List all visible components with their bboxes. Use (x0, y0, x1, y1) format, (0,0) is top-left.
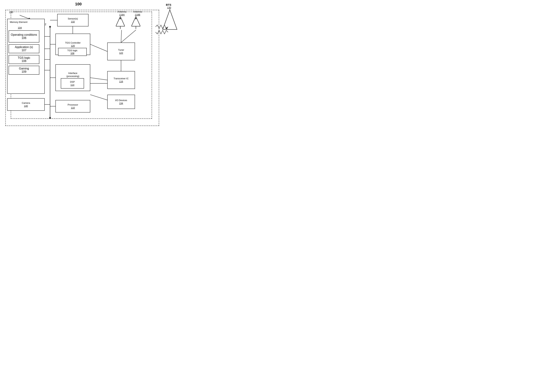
camera-label: Camera (22, 102, 30, 105)
dsp-num: 114 (70, 84, 74, 86)
diagram: 100 (0, 0, 179, 130)
sensors-label: Sensor(s) (68, 17, 78, 20)
tgs-logic-mem-box: TGS logic 108 (9, 55, 39, 64)
svg-marker-25 (119, 18, 121, 20)
bts-label: BTS (166, 3, 171, 6)
radio-waves (155, 24, 170, 38)
tgs-controller-label: TGS Controller (65, 42, 81, 44)
antenna-b-label: Antenna118B (133, 10, 142, 16)
dsp-label: DSP (70, 80, 75, 84)
application-box: Application (s) 107 (9, 44, 39, 53)
application-num: 107 (22, 49, 26, 52)
transceiver-box: Transceiver IC 116 (107, 71, 135, 89)
tgs-logic-ctrl-num: 108 (70, 52, 74, 55)
antenna-a-icon (116, 16, 125, 29)
memory-element-num: 104 (18, 26, 22, 29)
svg-marker-28 (135, 18, 137, 20)
sensors-num: 132 (71, 20, 75, 23)
label-150: 150 (9, 11, 13, 14)
operating-conditions-box: Operating conditions 106 (9, 30, 39, 43)
antenna-a-label: Antenna118A (118, 10, 126, 16)
transceiver-label: Transceiver IC (114, 77, 129, 80)
tgs-logic-mem-label: TGS logic (18, 56, 30, 59)
tgs-logic-ctrl-label: TGS logic (67, 49, 77, 52)
processor-label: Processor (67, 104, 78, 106)
dsp-box: DSP 114 (61, 78, 84, 89)
memory-element-label: Memory Element (10, 20, 27, 24)
camera-box: Camera 140 (7, 98, 45, 111)
antenna-b-icon (131, 16, 140, 29)
processor-num: 110 (71, 106, 75, 109)
tuner-box: Tuner 122 (107, 43, 135, 60)
io-devices-num: 134 (119, 102, 123, 105)
operating-conditions-label: Operating conditions (11, 33, 37, 36)
io-devices-label: I/O Devices (115, 99, 127, 102)
operating-conditions-num: 106 (22, 36, 26, 40)
tgs-logic-mem-num: 108 (22, 59, 26, 63)
main-title: 100 (75, 2, 82, 6)
application-label: Application (s) (15, 46, 33, 49)
tuner-num: 122 (119, 52, 123, 54)
bts-num: 130 (167, 6, 171, 9)
transceiver-num: 116 (119, 80, 123, 83)
tgs-controller-num: 120 (71, 44, 75, 47)
sensors-box: Sensor(s) 132 (57, 14, 88, 26)
tuner-label: Tuner (118, 49, 124, 52)
tgs-logic-ctrl-box: TGS logic 108 (58, 48, 87, 56)
gaming-label: Gaming (19, 67, 29, 70)
processor-box: Processor 110 (55, 100, 90, 113)
gaming-box: Gaming 109 (9, 66, 39, 75)
gaming-num: 109 (22, 70, 26, 73)
io-devices-box: I/O Devices 134 (107, 95, 135, 109)
camera-num: 140 (24, 105, 28, 107)
